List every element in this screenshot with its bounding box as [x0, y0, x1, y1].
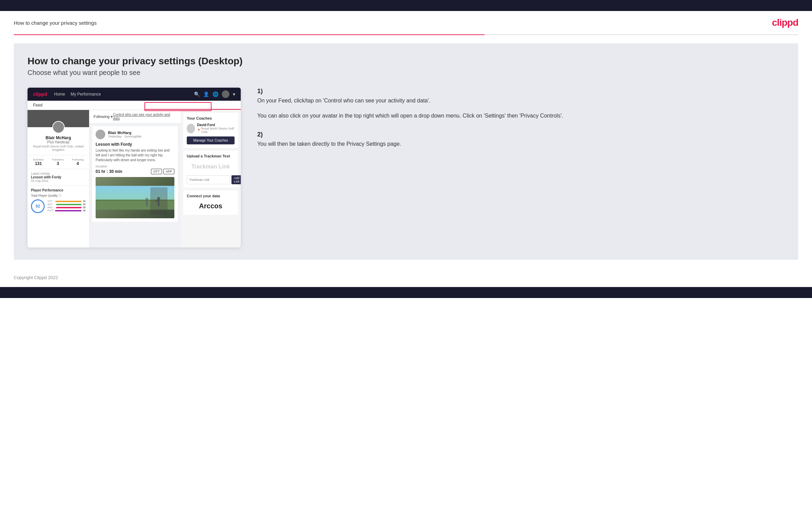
quality-score: 92: [31, 199, 45, 213]
globe-icon[interactable]: 🌐: [213, 91, 218, 97]
step2-number: 2): [257, 131, 784, 138]
coach-avatar: [187, 124, 195, 133]
latest-activity: Lesson with Fordy: [31, 175, 86, 179]
activities-value: 131: [33, 161, 44, 166]
followers-value: 3: [52, 161, 64, 166]
manage-coaches-button[interactable]: Manage Your Coaches: [187, 136, 235, 144]
mock-sidebar: Blair McHarg Plus Handicap Royal North D…: [28, 110, 89, 247]
coaches-title: Your Coaches: [187, 116, 235, 120]
latest-activity-section: Latest Activity Lesson with Fordy 03 Aug…: [28, 169, 89, 185]
trackman-input[interactable]: [187, 175, 230, 184]
profile-handicap: Plus Handicap: [31, 140, 86, 144]
mock-nav-home[interactable]: Home: [54, 92, 65, 97]
nav-avatar[interactable]: [222, 90, 229, 98]
quality-bars: OTT 90 APP 85 ARG: [47, 200, 86, 212]
control-link[interactable]: Control who can see your activity and da…: [113, 113, 176, 120]
instructions: 1) On your Feed, click/tap on 'Control w…: [252, 88, 784, 159]
profile-name: Blair McHarg: [31, 135, 86, 140]
stat-followers: Followers 3: [52, 158, 64, 166]
perf-title: Player Performance: [31, 188, 86, 192]
person-icon[interactable]: 👤: [203, 91, 209, 97]
page-heading: How to change your privacy settings (Des…: [28, 56, 784, 67]
post-desc: Looking to feel like my hands are exitin…: [96, 148, 174, 163]
location-icon: 📍: [197, 129, 201, 132]
mock-center-feed: Following ▾ Control who can see your act…: [89, 110, 181, 247]
bar-app: APP 85: [47, 203, 86, 206]
profile-stats: Activities 131 Followers 3 Following 4: [28, 155, 89, 169]
coach-row: David Ford 📍 Royal North Devon Golf Club: [187, 123, 235, 134]
tag-app: APP: [163, 169, 174, 174]
bar-arg: ARG 86: [47, 206, 86, 209]
main-content: How to change your privacy settings (Des…: [14, 43, 798, 260]
logo: clippd: [772, 17, 798, 28]
top-bar: [0, 0, 812, 11]
stat-following: Following 4: [72, 158, 84, 166]
bar-putt: PUTT 96: [47, 209, 86, 212]
control-link-box: [144, 102, 212, 111]
following-bar: Following ▾ Control who can see your act…: [89, 110, 181, 123]
profile-avatar: [52, 121, 65, 133]
mock-nav-links: Home My Performance: [54, 92, 187, 97]
coaches-card: Your Coaches David Ford 📍 Royal North De…: [183, 113, 238, 148]
info-icon: ⓘ: [58, 194, 62, 197]
mock-nav-icons: 🔍 👤 🌐 ▾: [194, 90, 235, 98]
stat-activities: Activities 131: [33, 158, 44, 166]
header: How to change your privacy settings clip…: [0, 11, 812, 34]
svg-rect-4: [158, 200, 160, 206]
trackman-input-row: Add Link: [187, 175, 235, 184]
activities-label: Activities: [33, 158, 44, 161]
followers-label: Followers: [52, 158, 64, 161]
trackman-title: Upload a Trackman Test: [187, 154, 235, 158]
mock-nav-logo: clippd: [33, 91, 47, 97]
header-title: How to change your privacy settings: [14, 20, 97, 26]
duration-label: Duration: [96, 165, 174, 168]
chevron-down-icon[interactable]: ▾: [233, 91, 235, 97]
mock-right-sidebar: Your Coaches David Ford 📍 Royal North De…: [181, 110, 241, 247]
duration-row: 01 hr : 30 min OTT APP: [96, 169, 174, 174]
step2-text: You will then be taken directly to the P…: [257, 140, 784, 148]
footer: Copyright Clippd 2022: [0, 268, 812, 287]
connect-title: Connect your data: [187, 194, 235, 198]
post-date: Yesterday · Sunningdale: [108, 135, 141, 138]
search-icon[interactable]: 🔍: [194, 91, 200, 97]
trackman-card: Upload a Trackman Test Trackman Link Add…: [183, 151, 238, 188]
coach-name: David Ford: [197, 123, 235, 127]
page-subheading: Choose what you want people to see: [28, 69, 784, 77]
mock-nav-performance[interactable]: My Performance: [71, 92, 101, 97]
following-button[interactable]: Following ▾: [94, 114, 113, 119]
svg-point-3: [157, 197, 160, 200]
post-author-name: Blair McHarg: [108, 131, 141, 135]
following-label: Following: [72, 158, 84, 161]
profile-club: Royal North Devon Golf Club, United King…: [31, 145, 86, 152]
add-link-button[interactable]: Add Link: [231, 175, 241, 184]
step1-text: On your Feed, click/tap on 'Control who …: [257, 96, 784, 105]
post-title: Lesson with Fordy: [96, 142, 174, 147]
step1-number: 1): [257, 88, 784, 95]
post-avatar: [96, 130, 105, 139]
demo-area: clippd Home My Performance 🔍 👤 🌐 ▾ Feed: [28, 88, 784, 247]
post-header: Blair McHarg Yesterday · Sunningdale: [96, 130, 174, 139]
mock-body: Blair McHarg Plus Handicap Royal North D…: [28, 110, 241, 247]
post-card: Blair McHarg Yesterday · Sunningdale Les…: [92, 126, 178, 222]
performance-section: Player Performance Total Player Quality …: [28, 185, 89, 216]
svg-rect-2: [96, 201, 174, 210]
instruction-1: 1) On your Feed, click/tap on 'Control w…: [257, 88, 784, 120]
instruction-2: 2) You will then be taken directly to th…: [257, 131, 784, 148]
bottom-bar: [0, 287, 812, 298]
quality-label: Total Player Quality ⓘ: [31, 194, 86, 198]
bar-ott: OTT 90: [47, 200, 86, 202]
connect-card: Connect your data Arccos: [183, 190, 238, 215]
post-author-info: Blair McHarg Yesterday · Sunningdale: [108, 131, 141, 138]
connect-brand: Arccos: [187, 201, 235, 211]
coach-info: David Ford 📍 Royal North Devon Golf Club: [197, 123, 235, 134]
header-divider: [14, 34, 798, 35]
coach-club: 📍 Royal North Devon Golf Club: [197, 127, 235, 134]
quality-row: 92 OTT 90 APP 85: [31, 199, 86, 213]
tag-ott: OTT: [151, 169, 162, 174]
app-mockup: clippd Home My Performance 🔍 👤 🌐 ▾ Feed: [28, 88, 241, 247]
step1-extra: You can also click on your avatar in the…: [257, 111, 784, 120]
svg-point-6: [145, 198, 148, 201]
mock-nav: clippd Home My Performance 🔍 👤 🌐 ▾: [28, 88, 241, 101]
latest-label: Latest Activity: [31, 172, 86, 175]
copyright-text: Copyright Clippd 2022: [14, 275, 58, 280]
